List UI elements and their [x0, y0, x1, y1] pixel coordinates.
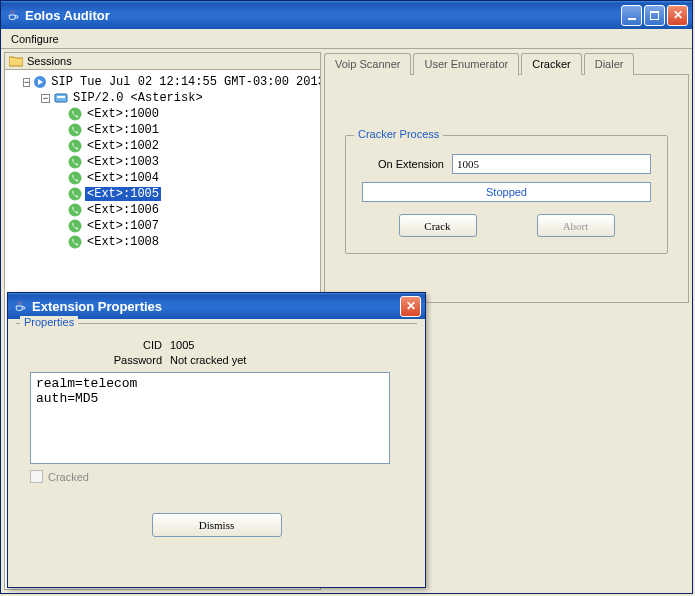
- cracked-label: Cracked: [48, 471, 89, 483]
- password-label: Password: [30, 354, 170, 366]
- svg-point-6: [69, 156, 82, 169]
- dialog-close-button[interactable]: ✕: [400, 296, 421, 317]
- svg-point-11: [69, 236, 82, 249]
- maximize-button[interactable]: [644, 5, 665, 26]
- menubar: Configure: [1, 29, 692, 49]
- tree-extension-label: <Ext>:1000: [85, 107, 161, 121]
- svg-point-4: [69, 124, 82, 137]
- tree-extension[interactable]: <Ext>:1003: [9, 154, 316, 170]
- tree-extension[interactable]: <Ext>:1007: [9, 218, 316, 234]
- svg-rect-2: [57, 96, 65, 98]
- phone-icon: [67, 218, 83, 234]
- cid-value: 1005: [170, 339, 194, 351]
- details-textarea[interactable]: [30, 372, 390, 464]
- phone-icon: [67, 202, 83, 218]
- dialog-title: Extension Properties: [32, 299, 400, 314]
- tree-extension[interactable]: <Ext>:1008: [9, 234, 316, 250]
- java-icon: [5, 7, 21, 23]
- svg-point-7: [69, 172, 82, 185]
- cracker-status: Stopped: [362, 182, 651, 202]
- properties-legend: Properties: [20, 316, 78, 328]
- tree-session-root[interactable]: − SIP Tue Jul 02 12:14:55 GMT-03:00 2013: [9, 74, 316, 90]
- svg-point-9: [69, 204, 82, 217]
- tree-extension-label: <Ext>:1006: [85, 203, 161, 217]
- tree-extension-label: <Ext>:1003: [85, 155, 161, 169]
- disk-icon: [53, 90, 69, 106]
- tree-extension-label: <Ext>:1004: [85, 171, 161, 185]
- tab-user-enumerator[interactable]: User Enumerator: [413, 53, 519, 75]
- phone-icon: [67, 138, 83, 154]
- folder-icon: [9, 55, 23, 67]
- phone-icon: [67, 106, 83, 122]
- menu-configure[interactable]: Configure: [5, 31, 65, 47]
- svg-point-3: [69, 108, 82, 121]
- cid-label: CID: [30, 339, 170, 351]
- tree-extension[interactable]: <Ext>:1001: [9, 122, 316, 138]
- collapse-icon[interactable]: −: [23, 78, 30, 87]
- phone-icon: [67, 122, 83, 138]
- main-title: Eolos Auditor: [25, 8, 621, 23]
- tree-extension[interactable]: <Ext>:1000: [9, 106, 316, 122]
- tree-extension-label: <Ext>:1002: [85, 139, 161, 153]
- on-extension-input[interactable]: [452, 154, 651, 174]
- phone-icon: [67, 170, 83, 186]
- play-icon: [33, 74, 47, 90]
- tree-extension-label: <Ext>:1008: [85, 235, 161, 249]
- extension-properties-dialog: Extension Properties ✕ Properties CID 10…: [7, 292, 426, 588]
- tree-extension-label: <Ext>:1001: [85, 123, 161, 137]
- close-button[interactable]: ✕: [667, 5, 688, 26]
- on-extension-label: On Extension: [362, 158, 452, 170]
- tab-cracker[interactable]: Cracker: [521, 53, 582, 75]
- svg-point-8: [69, 188, 82, 201]
- password-value: Not cracked yet: [170, 354, 246, 366]
- tree-extension[interactable]: <Ext>:1002: [9, 138, 316, 154]
- main-window: Eolos Auditor ✕ Configure Sessions −: [0, 0, 693, 594]
- cracked-checkbox[interactable]: [30, 470, 43, 483]
- abort-button[interactable]: Abort: [537, 214, 615, 237]
- tree-session-label: SIP Tue Jul 02 12:14:55 GMT-03:00 2013: [49, 75, 320, 89]
- svg-point-10: [69, 220, 82, 233]
- crack-button[interactable]: Crack: [399, 214, 477, 237]
- tree-server-label: SIP/2.0 <Asterisk>: [71, 91, 205, 105]
- minimize-button[interactable]: [621, 5, 642, 26]
- window-buttons: ✕: [621, 5, 688, 26]
- sessions-label: Sessions: [27, 55, 72, 67]
- java-icon: [12, 298, 28, 314]
- tree-extension[interactable]: <Ext>:1006: [9, 202, 316, 218]
- main-titlebar: Eolos Auditor ✕: [1, 1, 692, 29]
- tree-extension-label: <Ext>:1005: [85, 187, 161, 201]
- svg-point-5: [69, 140, 82, 153]
- cracker-fieldset: Cracker Process On Extension Stopped Cra…: [345, 135, 668, 254]
- tree-extension-label: <Ext>:1007: [85, 219, 161, 233]
- tree-extension[interactable]: <Ext>:1004: [9, 170, 316, 186]
- tab-dialer[interactable]: Dialer: [584, 53, 635, 75]
- phone-icon: [67, 186, 83, 202]
- cracker-tab-content: Cracker Process On Extension Stopped Cra…: [324, 75, 689, 303]
- sessions-header: Sessions: [5, 53, 320, 70]
- cracker-legend: Cracker Process: [354, 128, 443, 140]
- phone-icon: [67, 234, 83, 250]
- properties-fieldset: Properties CID 1005 Password Not cracked…: [16, 323, 417, 497]
- tree-server[interactable]: − SIP/2.0 <Asterisk>: [9, 90, 316, 106]
- tabs: Voip Scanner User Enumerator Cracker Dia…: [324, 52, 689, 75]
- tab-voip-scanner[interactable]: Voip Scanner: [324, 53, 411, 75]
- phone-icon: [67, 154, 83, 170]
- tree-extension[interactable]: <Ext>:1005: [9, 186, 316, 202]
- dismiss-button[interactable]: Dismiss: [152, 513, 282, 537]
- collapse-icon[interactable]: −: [41, 94, 50, 103]
